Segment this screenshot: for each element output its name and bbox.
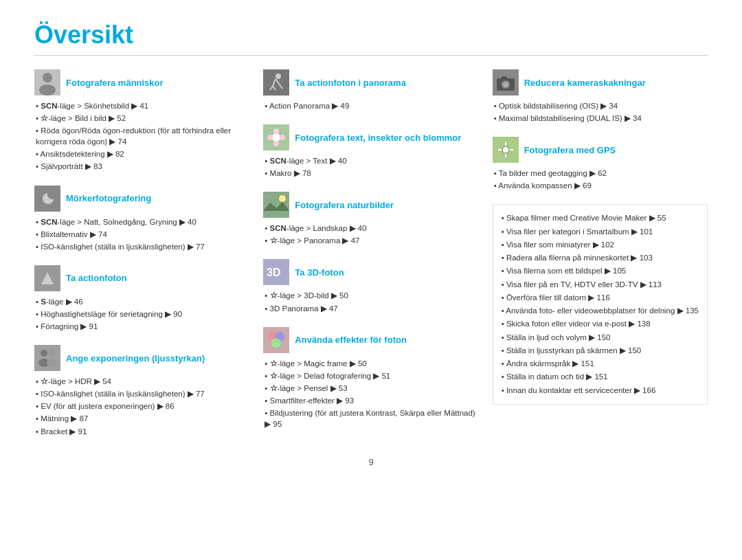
column-1: Fotografera människorSCN-läge > Skönhets… <box>34 69 256 450</box>
section-title-anvanda-effekter: Använda effekter för foton <box>295 335 407 345</box>
svg-rect-32 <box>502 76 507 79</box>
section-body-anvanda-effekter: ☆-läge > Magic frame ▶ 50☆-läge > Delad … <box>263 357 478 431</box>
section-body-ta-actionfoton-panorama: Action Panorama ▶ 49 <box>263 100 478 112</box>
list-item: ☆-läge > Bild i bild ▶ 52 <box>36 112 249 124</box>
column-3: Reducera kameraskakningarOptisk bildstab… <box>486 69 708 450</box>
icon-running-icon <box>263 69 289 96</box>
section-header-anvanda-effekter: Använda effekter för foton <box>263 327 478 353</box>
icon-person-icon <box>34 69 60 96</box>
section-reducera-kameraskakningar: Reducera kameraskakningarOptisk bildstab… <box>493 69 708 124</box>
svg-point-2 <box>39 85 56 96</box>
column-2: Ta actionfoton i panoramaAction Panorama… <box>256 69 485 450</box>
list-item: Action Panorama ▶ 49 <box>265 100 478 112</box>
svg-point-17 <box>273 141 279 146</box>
icon-night-icon <box>34 186 60 212</box>
list-item: Radera alla filerna på minneskortet ▶ 10… <box>502 251 699 265</box>
section-body-ta-actionfoton: S-läge ▶ 46Höghastighetsläge för serieta… <box>34 295 249 333</box>
svg-rect-20 <box>263 192 289 218</box>
list-item: SCN-läge > Text ▶ 40 <box>265 155 478 167</box>
svg-point-5 <box>47 190 57 199</box>
svg-point-16 <box>273 128 279 134</box>
list-item: Optisk bildstabilisering (OIS) ▶ 34 <box>494 100 708 112</box>
section-title-ta-3d-foton: Ta 3D-foton <box>295 267 344 278</box>
section-anvanda-effekter: Använda effekter för foton☆-läge > Magic… <box>263 327 478 431</box>
svg-point-21 <box>279 195 286 202</box>
list-item: Ställa in datum och tid ▶ 151 <box>502 370 699 383</box>
section-title-fotografera-med-gps: Fotografera med GPS <box>524 145 616 155</box>
list-item: Bildjustering (för att justera Kontrast,… <box>265 407 478 430</box>
list-item: SCN-läge > Natt, Solnedgång, Gryning ▶ 4… <box>36 216 249 228</box>
bottom-list-box: Skapa filmer med Creative Movie Maker ▶ … <box>493 204 708 405</box>
list-item: ☆-läge > Magic frame ▶ 50 <box>265 357 478 370</box>
svg-point-10 <box>49 350 56 357</box>
svg-point-34 <box>502 146 509 153</box>
section-body-ange-exponeringen: ☆-läge > HDR ▶ 54ISO-känslighet (ställa … <box>34 375 249 437</box>
list-item: Skicka foton eller videor via e-post ▶ 1… <box>502 317 699 331</box>
list-item: Ta bilder med geotagging ▶ 62 <box>494 167 708 179</box>
section-header-ta-actionfoton-panorama: Ta actionfoton i panorama <box>263 69 478 96</box>
list-item: Ställa in ljud och volym ▶ 150 <box>502 331 699 344</box>
list-item: 3D Panorama ▶ 47 <box>265 302 478 315</box>
list-item: Smartfilter-effekter ▶ 93 <box>265 394 478 407</box>
list-item: Visa filer som miniatyrer ▶ 102 <box>502 238 699 251</box>
list-item: ☆-läge > Delad fotografering ▶ 51 <box>265 370 478 382</box>
icon-flower-icon <box>263 124 289 150</box>
icon-gps-icon <box>493 137 519 163</box>
list-item: Förtagning ▶ 91 <box>36 320 249 333</box>
list-item: ☆-läge > Pensel ▶ 53 <box>265 382 478 394</box>
list-item: EV (för att justera exponeringen) ▶ 86 <box>36 400 249 412</box>
section-header-morkerfotografering: Mörkerfotografering <box>34 186 249 212</box>
title-divider <box>34 55 708 56</box>
svg-point-8 <box>41 350 47 357</box>
list-item: Makro ▶ 78 <box>265 167 478 179</box>
list-item: Använda kompassen ▶ 69 <box>494 179 708 192</box>
list-item: ISO-känslighet (ställa in ljuskänslighet… <box>36 388 249 400</box>
section-title-ta-actionfoton-panorama: Ta actionfoton i panorama <box>295 78 406 88</box>
section-body-morkerfotografering: SCN-läge > Natt, Solnedgång, Gryning ▶ 4… <box>34 216 249 253</box>
icon-effects-icon <box>263 327 289 353</box>
list-item: Innan du kontaktar ett servicecenter ▶ 1… <box>502 384 699 397</box>
svg-point-19 <box>280 135 285 140</box>
list-item: Ändra skärmspråk ▶ 151 <box>502 357 699 370</box>
list-item: Överföra filer till datorn ▶ 116 <box>502 291 699 304</box>
list-item: ☆-läge > Panorama ▶ 47 <box>265 234 478 247</box>
svg-point-27 <box>271 338 281 348</box>
svg-text:3D: 3D <box>267 267 280 278</box>
section-ta-actionfoton-panorama: Ta actionfoton i panoramaAction Panorama… <box>263 69 478 112</box>
list-item: ISO-känslighet (ställa in ljuskänslighet… <box>36 240 249 253</box>
section-header-fotografera-med-gps: Fotografera med GPS <box>493 137 708 163</box>
list-item: Bracket ▶ 91 <box>36 425 249 438</box>
section-header-fotografera-manniskor: Fotografera människor <box>34 69 249 96</box>
icon-couple-icon <box>34 345 60 371</box>
section-title-fotografera-text: Fotografera text, insekter och blommor <box>295 133 461 143</box>
page-number: 9 <box>34 457 708 467</box>
section-body-fotografera-text: SCN-läge > Text ▶ 40Makro ▶ 78 <box>263 155 478 179</box>
section-fotografera-manniskor: Fotografera människorSCN-läge > Skönhets… <box>34 69 249 173</box>
list-item: Blixtalternativ ▶ 74 <box>36 228 249 240</box>
list-item: Röda ögon/Röda ögon-reduktion (för att f… <box>36 124 249 148</box>
svg-point-13 <box>276 74 281 79</box>
section-morkerfotografering: MörkerfotograferingSCN-läge > Natt, Soln… <box>34 186 249 253</box>
section-title-reducera-kameraskakningar: Reducera kameraskakningar <box>524 78 646 88</box>
list-item: Visa filer på en TV, HDTV eller 3D-TV ▶ … <box>502 278 699 291</box>
section-title-morkerfotografering: Mörkerfotografering <box>66 193 151 203</box>
section-body-reducera-kameraskakningar: Optisk bildstabilisering (OIS) ▶ 34Maxim… <box>493 100 708 124</box>
list-item: ☆-läge > HDR ▶ 54 <box>36 375 249 388</box>
list-item: Höghastighetsläge för serietagning ▶ 90 <box>36 308 249 320</box>
list-item: Skapa filmer med Creative Movie Maker ▶ … <box>502 212 699 225</box>
section-header-ta-3d-foton: 3DTa 3D-foton <box>263 259 478 285</box>
section-ta-actionfoton: Ta actionfotonS-läge ▶ 46Höghastighetslä… <box>34 265 249 333</box>
section-title-ange-exponeringen: Ange exponeringen (ljusstyrkan) <box>66 353 205 363</box>
section-body-fotografera-med-gps: Ta bilder med geotagging ▶ 62Använda kom… <box>493 167 708 192</box>
section-title-fotografera-naturbilder: Fotografera naturbilder <box>295 200 394 210</box>
svg-point-11 <box>47 359 58 367</box>
section-fotografera-med-gps: Fotografera med GPSTa bilder med geotagg… <box>493 137 708 192</box>
list-item: SCN-läge > Skönhetsbild ▶ 41 <box>36 100 249 112</box>
list-item: Ställa in ljusstyrkan på skärmen ▶ 150 <box>502 344 699 357</box>
list-item: S-läge ▶ 46 <box>36 295 249 308</box>
svg-rect-12 <box>263 69 289 96</box>
list-item: Mätning ▶ 87 <box>36 412 249 425</box>
svg-point-18 <box>267 135 273 140</box>
page: Översikt Fotografera människorSCN-läge >… <box>0 0 742 481</box>
svg-point-15 <box>272 133 280 142</box>
